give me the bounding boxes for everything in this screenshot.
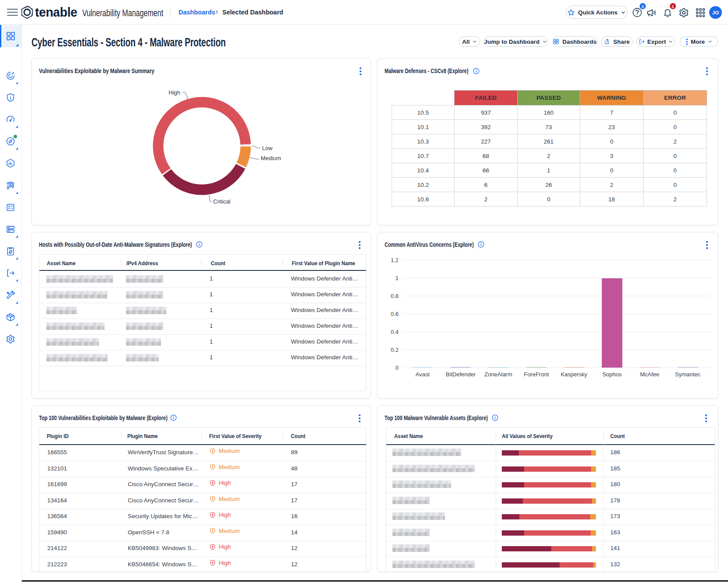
svg-text:0: 0: [396, 365, 399, 371]
svg-text:Kaspersky: Kaspersky: [561, 371, 588, 378]
svg-text:BitDefender: BitDefender: [446, 371, 476, 378]
svg-text:High: High: [168, 89, 180, 96]
svg-text:Sophos: Sophos: [602, 371, 622, 378]
svg-text:McAfee: McAfee: [640, 371, 659, 378]
svg-text:0.2: 0.2: [391, 347, 399, 353]
svg-text:1: 1: [396, 275, 399, 281]
svg-text:Avast: Avast: [416, 371, 430, 378]
svg-text:Medium: Medium: [261, 155, 281, 161]
svg-text:ZoneAlarm: ZoneAlarm: [484, 371, 512, 378]
svg-text:Low: Low: [262, 145, 273, 151]
svg-text:Critical: Critical: [213, 198, 231, 205]
svg-text:0.4: 0.4: [391, 329, 399, 335]
svg-text:ForeFront: ForeFront: [524, 371, 549, 378]
svg-text:1.2: 1.2: [391, 257, 399, 263]
svg-text:Symantec: Symantec: [675, 371, 700, 378]
svg-text:0.8: 0.8: [391, 293, 399, 299]
svg-text:0.6: 0.6: [391, 311, 399, 317]
